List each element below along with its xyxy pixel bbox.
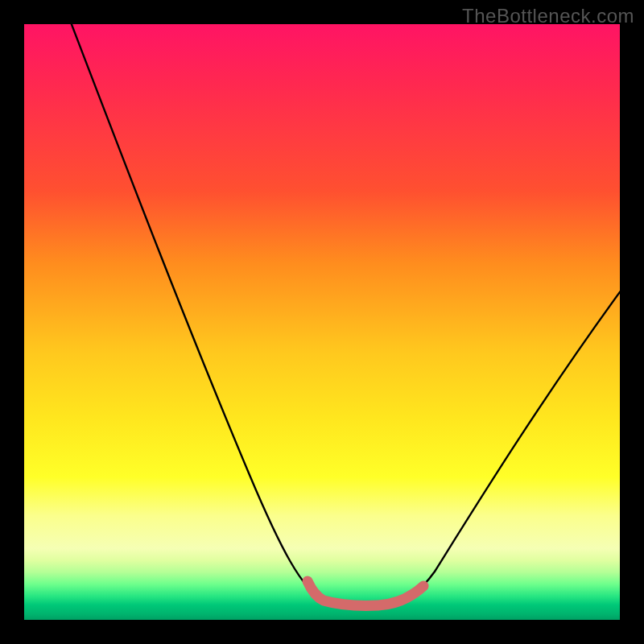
plot-area bbox=[24, 24, 620, 620]
watermark-text: TheBottleneck.com bbox=[462, 5, 634, 27]
bottleneck-curve bbox=[24, 24, 620, 620]
optimal-range-marker bbox=[308, 581, 423, 605]
curve-path bbox=[68, 24, 620, 605]
